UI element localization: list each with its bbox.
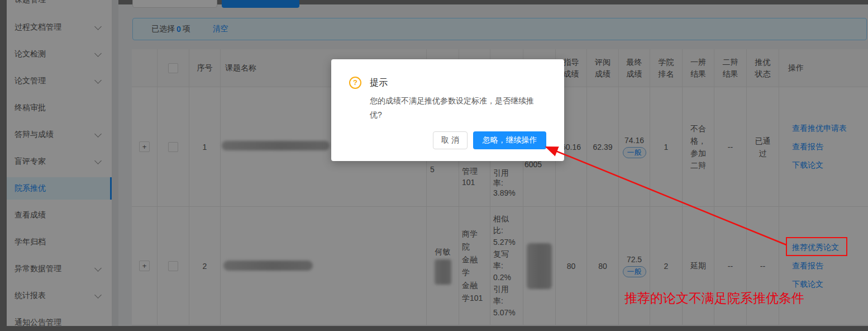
modal-title: 提示 bbox=[370, 77, 388, 89]
annotation-note: 推荐的论文不满足院系推优条件 bbox=[624, 290, 804, 307]
page: 已选择 0 项 清空 序号 课题名称 指导成绩 评阅成绩 最终成绩 学院排名 一… bbox=[0, 0, 868, 331]
question-circle-icon: ? bbox=[349, 77, 361, 89]
annotation-highlight-box bbox=[786, 237, 847, 256]
cancel-button[interactable]: 取 消 bbox=[433, 131, 468, 149]
modal-mask bbox=[0, 0, 868, 331]
modal-message: 您的成绩不满足推优参数设定标准，是否继续推优? bbox=[370, 94, 536, 122]
ignore-continue-button[interactable]: 忽略，继续操作 bbox=[473, 131, 546, 149]
confirm-modal: ? 提示 您的成绩不满足推优参数设定标准，是否继续推优? 取 消 忽略，继续操作 bbox=[331, 59, 564, 161]
